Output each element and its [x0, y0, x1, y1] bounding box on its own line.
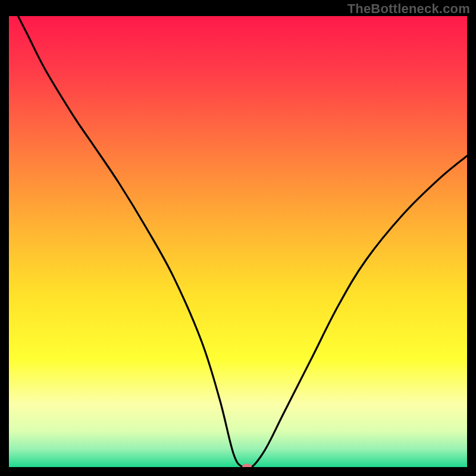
optimal-point-marker [242, 464, 252, 468]
bottleneck-curve-path [9, 16, 467, 467]
watermark-label: TheBottleneck.com [347, 1, 470, 17]
chart-stage: TheBottleneck.com [0, 0, 476, 476]
plot-area [9, 16, 467, 467]
curve-svg [9, 16, 467, 467]
